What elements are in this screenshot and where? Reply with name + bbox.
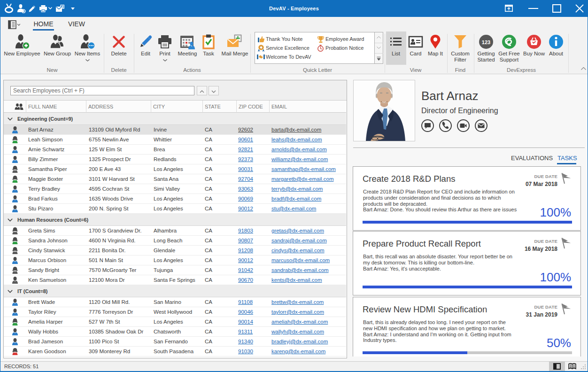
svg-text:123: 123 bbox=[482, 39, 490, 45]
